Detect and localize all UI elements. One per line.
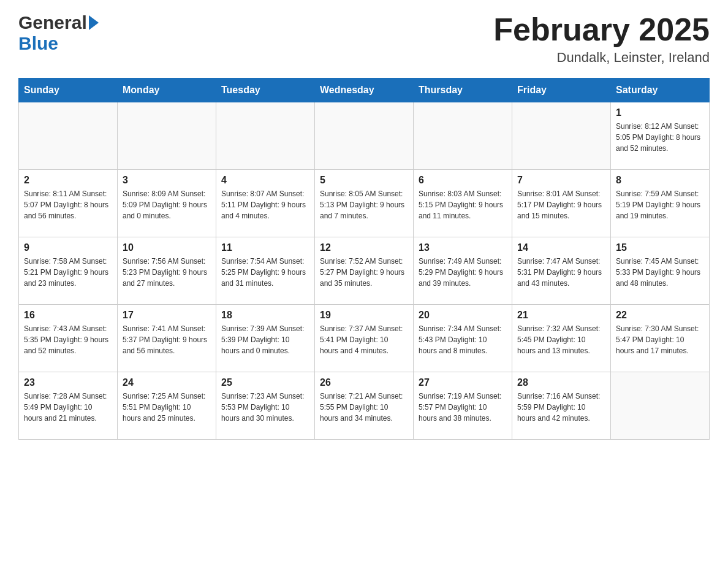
calendar-table: SundayMondayTuesdayWednesdayThursdayFrid… (18, 78, 710, 440)
calendar-cell (414, 102, 512, 170)
day-number: 4 (221, 175, 309, 186)
day-info: Sunrise: 7:34 AM Sunset: 5:43 PM Dayligh… (419, 323, 507, 356)
weekday-header-row: SundayMondayTuesdayWednesdayThursdayFrid… (19, 79, 710, 102)
day-number: 22 (616, 310, 704, 321)
logo-general-text: General (18, 12, 87, 33)
calendar-cell: 3Sunrise: 8:09 AM Sunset: 5:09 PM Daylig… (118, 170, 216, 237)
calendar-cell: 7Sunrise: 8:01 AM Sunset: 5:17 PM Daylig… (512, 170, 611, 237)
day-info: Sunrise: 7:37 AM Sunset: 5:41 PM Dayligh… (320, 323, 408, 356)
weekday-header-sunday: Sunday (19, 79, 118, 102)
day-number: 10 (123, 242, 211, 253)
logo-arrow-icon (89, 15, 99, 30)
day-info: Sunrise: 8:03 AM Sunset: 5:15 PM Dayligh… (419, 188, 507, 221)
day-info: Sunrise: 7:28 AM Sunset: 5:49 PM Dayligh… (24, 391, 112, 424)
calendar-cell (118, 102, 216, 170)
day-info: Sunrise: 7:56 AM Sunset: 5:23 PM Dayligh… (123, 256, 211, 289)
day-info: Sunrise: 7:41 AM Sunset: 5:37 PM Dayligh… (123, 323, 211, 356)
calendar-cell: 8Sunrise: 7:59 AM Sunset: 5:19 PM Daylig… (611, 170, 710, 237)
day-number: 8 (616, 175, 704, 186)
day-number: 25 (221, 377, 309, 388)
weekday-header-monday: Monday (118, 79, 216, 102)
calendar-cell: 18Sunrise: 7:39 AM Sunset: 5:39 PM Dayli… (216, 305, 315, 372)
calendar-cell: 13Sunrise: 7:49 AM Sunset: 5:29 PM Dayli… (414, 237, 512, 305)
day-number: 19 (320, 310, 408, 321)
calendar-cell: 23Sunrise: 7:28 AM Sunset: 5:49 PM Dayli… (19, 372, 118, 440)
calendar-cell: 27Sunrise: 7:19 AM Sunset: 5:57 PM Dayli… (414, 372, 512, 440)
day-number: 20 (419, 310, 507, 321)
calendar-cell: 26Sunrise: 7:21 AM Sunset: 5:55 PM Dayli… (315, 372, 414, 440)
day-info: Sunrise: 7:43 AM Sunset: 5:35 PM Dayligh… (24, 323, 112, 356)
weekday-header-saturday: Saturday (611, 79, 710, 102)
day-info: Sunrise: 8:07 AM Sunset: 5:11 PM Dayligh… (221, 188, 309, 221)
day-info: Sunrise: 8:11 AM Sunset: 5:07 PM Dayligh… (24, 188, 112, 221)
day-info: Sunrise: 7:54 AM Sunset: 5:25 PM Dayligh… (221, 256, 309, 289)
calendar-cell: 9Sunrise: 7:58 AM Sunset: 5:21 PM Daylig… (19, 237, 118, 305)
day-number: 14 (517, 242, 605, 253)
day-info: Sunrise: 7:49 AM Sunset: 5:29 PM Dayligh… (419, 256, 507, 289)
day-number: 13 (419, 242, 507, 253)
day-number: 5 (320, 175, 408, 186)
day-info: Sunrise: 7:30 AM Sunset: 5:47 PM Dayligh… (616, 323, 704, 356)
day-number: 24 (123, 377, 211, 388)
logo-blue-text: Blue (18, 33, 58, 54)
day-number: 26 (320, 377, 408, 388)
day-info: Sunrise: 7:23 AM Sunset: 5:53 PM Dayligh… (221, 391, 309, 424)
day-info: Sunrise: 8:01 AM Sunset: 5:17 PM Dayligh… (517, 188, 605, 221)
calendar-cell: 6Sunrise: 8:03 AM Sunset: 5:15 PM Daylig… (414, 170, 512, 237)
day-number: 17 (123, 310, 211, 321)
day-info: Sunrise: 7:58 AM Sunset: 5:21 PM Dayligh… (24, 256, 112, 289)
page-header: General Blue February 2025 Dundalk, Lein… (18, 12, 710, 66)
weekday-header-friday: Friday (512, 79, 611, 102)
weekday-header-thursday: Thursday (414, 79, 512, 102)
day-number: 16 (24, 310, 112, 321)
week-row-2: 2Sunrise: 8:11 AM Sunset: 5:07 PM Daylig… (19, 170, 710, 237)
calendar-cell (19, 102, 118, 170)
calendar-cell (315, 102, 414, 170)
day-number: 9 (24, 242, 112, 253)
calendar-cell: 12Sunrise: 7:52 AM Sunset: 5:27 PM Dayli… (315, 237, 414, 305)
day-info: Sunrise: 7:21 AM Sunset: 5:55 PM Dayligh… (320, 391, 408, 424)
calendar-cell (216, 102, 315, 170)
title-section: February 2025 Dundalk, Leinster, Ireland (493, 12, 710, 66)
day-number: 23 (24, 377, 112, 388)
calendar-cell: 16Sunrise: 7:43 AM Sunset: 5:35 PM Dayli… (19, 305, 118, 372)
location-title: Dundalk, Leinster, Ireland (493, 50, 710, 66)
logo: General Blue (18, 12, 99, 54)
day-info: Sunrise: 7:59 AM Sunset: 5:19 PM Dayligh… (616, 188, 704, 221)
day-info: Sunrise: 7:19 AM Sunset: 5:57 PM Dayligh… (419, 391, 507, 424)
month-title: February 2025 (493, 12, 710, 47)
week-row-1: 1Sunrise: 8:12 AM Sunset: 5:05 PM Daylig… (19, 102, 710, 170)
week-row-5: 23Sunrise: 7:28 AM Sunset: 5:49 PM Dayli… (19, 372, 710, 440)
calendar-cell: 21Sunrise: 7:32 AM Sunset: 5:45 PM Dayli… (512, 305, 611, 372)
calendar-cell: 5Sunrise: 8:05 AM Sunset: 5:13 PM Daylig… (315, 170, 414, 237)
calendar-cell: 19Sunrise: 7:37 AM Sunset: 5:41 PM Dayli… (315, 305, 414, 372)
day-info: Sunrise: 8:12 AM Sunset: 5:05 PM Dayligh… (616, 121, 704, 154)
calendar-cell: 10Sunrise: 7:56 AM Sunset: 5:23 PM Dayli… (118, 237, 216, 305)
day-number: 3 (123, 175, 211, 186)
day-info: Sunrise: 8:09 AM Sunset: 5:09 PM Dayligh… (123, 188, 211, 221)
calendar-cell: 20Sunrise: 7:34 AM Sunset: 5:43 PM Dayli… (414, 305, 512, 372)
day-info: Sunrise: 7:52 AM Sunset: 5:27 PM Dayligh… (320, 256, 408, 289)
day-info: Sunrise: 7:16 AM Sunset: 5:59 PM Dayligh… (517, 391, 605, 424)
day-info: Sunrise: 7:25 AM Sunset: 5:51 PM Dayligh… (123, 391, 211, 424)
calendar-cell: 28Sunrise: 7:16 AM Sunset: 5:59 PM Dayli… (512, 372, 611, 440)
day-number: 28 (517, 377, 605, 388)
day-number: 7 (517, 175, 605, 186)
day-info: Sunrise: 8:05 AM Sunset: 5:13 PM Dayligh… (320, 188, 408, 221)
calendar-cell: 2Sunrise: 8:11 AM Sunset: 5:07 PM Daylig… (19, 170, 118, 237)
day-info: Sunrise: 7:39 AM Sunset: 5:39 PM Dayligh… (221, 323, 309, 356)
calendar-cell: 17Sunrise: 7:41 AM Sunset: 5:37 PM Dayli… (118, 305, 216, 372)
day-number: 2 (24, 175, 112, 186)
day-info: Sunrise: 7:47 AM Sunset: 5:31 PM Dayligh… (517, 256, 605, 289)
calendar-cell: 24Sunrise: 7:25 AM Sunset: 5:51 PM Dayli… (118, 372, 216, 440)
day-number: 11 (221, 242, 309, 253)
calendar-cell: 15Sunrise: 7:45 AM Sunset: 5:33 PM Dayli… (611, 237, 710, 305)
weekday-header-wednesday: Wednesday (315, 79, 414, 102)
day-info: Sunrise: 7:45 AM Sunset: 5:33 PM Dayligh… (616, 256, 704, 289)
calendar-cell: 11Sunrise: 7:54 AM Sunset: 5:25 PM Dayli… (216, 237, 315, 305)
weekday-header-tuesday: Tuesday (216, 79, 315, 102)
week-row-3: 9Sunrise: 7:58 AM Sunset: 5:21 PM Daylig… (19, 237, 710, 305)
calendar-cell: 22Sunrise: 7:30 AM Sunset: 5:47 PM Dayli… (611, 305, 710, 372)
calendar-cell (611, 372, 710, 440)
day-number: 21 (517, 310, 605, 321)
